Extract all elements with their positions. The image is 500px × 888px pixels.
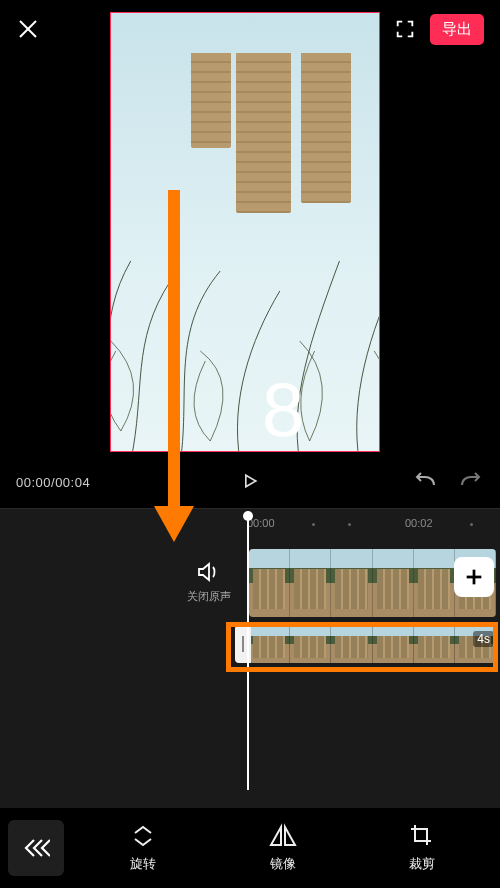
crop-icon: [409, 823, 435, 849]
export-button[interactable]: 导出: [430, 14, 484, 45]
timeline[interactable]: 00:00 00:02 关闭原声 4s: [0, 508, 500, 810]
playhead[interactable]: [247, 515, 249, 790]
ruler-tick: 00:02: [405, 517, 433, 529]
tool-label: 镜像: [270, 855, 296, 873]
annotation-step-number: 8: [262, 372, 304, 448]
play-button[interactable]: [240, 471, 260, 494]
tool-label: 旋转: [130, 855, 156, 873]
tool-crop[interactable]: 裁剪: [409, 823, 435, 873]
mute-original-audio-label: 关闭原声: [180, 589, 238, 604]
audio-column[interactable]: 关闭原声: [180, 561, 238, 604]
back-button[interactable]: [8, 820, 64, 876]
clip-duration: 4s: [473, 631, 494, 647]
add-clip-button[interactable]: [454, 557, 494, 597]
preview-buildings: [201, 53, 361, 213]
tool-rotate[interactable]: 旋转: [129, 823, 157, 873]
close-icon[interactable]: [16, 17, 40, 41]
time-readout: 00:00/00:04: [16, 475, 90, 490]
tool-label: 裁剪: [409, 855, 435, 873]
svg-marker-2: [246, 475, 256, 487]
fullscreen-icon[interactable]: [394, 18, 416, 40]
undo-button[interactable]: [412, 471, 438, 494]
redo-button[interactable]: [458, 471, 484, 494]
video-clip-secondary[interactable]: [249, 625, 496, 663]
mirror-icon: [268, 823, 298, 849]
tool-mirror[interactable]: 镜像: [268, 823, 298, 873]
header: 导出: [0, 0, 500, 58]
speaker-icon: [196, 561, 222, 583]
rotate-icon: [129, 823, 157, 849]
transport-bar: 00:00/00:04: [0, 460, 500, 504]
video-preview[interactable]: [110, 12, 380, 452]
bottom-toolbar: 旋转 镜像 裁剪: [0, 808, 500, 888]
